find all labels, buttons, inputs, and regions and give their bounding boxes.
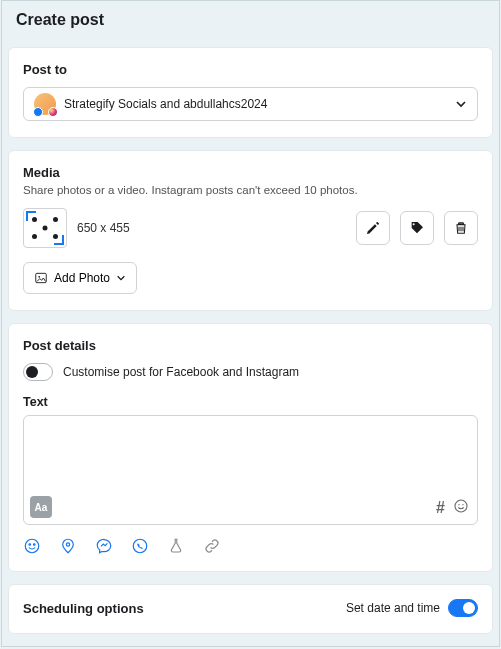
flask-icon — [167, 537, 185, 555]
post-text-input[interactable] — [24, 416, 477, 524]
facebook-badge-icon — [33, 107, 43, 117]
edit-media-button[interactable] — [356, 211, 390, 245]
location-pin-icon — [59, 537, 77, 555]
post-details-title: Post details — [23, 338, 478, 353]
post-to-selected-label: Strategify Socials and abdullahcs2024 — [64, 97, 455, 111]
set-date-label: Set date and time — [346, 601, 440, 615]
chevron-down-icon — [116, 273, 126, 283]
add-photo-button[interactable]: Add Photo — [23, 262, 137, 294]
svg-point-8 — [66, 543, 69, 546]
post-to-select[interactable]: Strategify Socials and abdullahcs2024 — [23, 87, 478, 121]
chevron-down-icon — [455, 98, 467, 110]
scheduling-title: Scheduling options — [23, 601, 144, 616]
trash-icon — [453, 220, 469, 236]
page-title: Create post — [16, 11, 485, 29]
tag-icon — [409, 220, 425, 236]
set-date-toggle[interactable] — [448, 599, 478, 617]
link-icon — [203, 537, 221, 555]
whatsapp-icon — [131, 537, 149, 555]
media-subtitle: Share photos or a video. Instagram posts… — [23, 184, 478, 196]
hashtag-button[interactable]: # — [436, 499, 445, 517]
ab-test-button[interactable] — [167, 537, 185, 555]
customise-toggle-label: Customise post for Facebook and Instagra… — [63, 365, 299, 379]
instagram-badge-icon — [48, 107, 58, 117]
smile-icon — [23, 537, 41, 555]
feeling-button[interactable] — [23, 537, 41, 555]
post-to-title: Post to — [23, 62, 478, 77]
whatsapp-button[interactable] — [131, 537, 149, 555]
page-header: Create post — [2, 1, 499, 41]
svg-point-5 — [25, 539, 39, 553]
svg-point-6 — [29, 544, 31, 546]
post-to-card: Post to Strategify Socials and abdullahc… — [8, 47, 493, 138]
link-button[interactable] — [203, 537, 221, 555]
post-text-wrap: Aa # — [23, 415, 478, 525]
post-details-card: Post details Customise post for Facebook… — [8, 323, 493, 572]
media-dimensions: 650 x 455 — [77, 221, 346, 235]
messenger-button[interactable] — [95, 537, 113, 555]
media-thumbnail[interactable] — [23, 208, 67, 248]
svg-point-7 — [34, 544, 36, 546]
scheduling-card: Scheduling options Set date and time — [8, 584, 493, 634]
messenger-icon — [95, 537, 113, 555]
media-card: Media Share photos or a video. Instagram… — [8, 150, 493, 311]
image-icon — [34, 271, 48, 285]
svg-point-4 — [462, 504, 463, 505]
text-style-button[interactable]: Aa — [30, 496, 52, 518]
text-label: Text — [23, 395, 478, 409]
emoji-button[interactable] — [453, 498, 469, 518]
svg-point-2 — [455, 500, 467, 512]
pencil-icon — [365, 220, 381, 236]
svg-point-9 — [133, 539, 147, 553]
add-photo-label: Add Photo — [54, 271, 110, 285]
smile-icon — [453, 498, 469, 514]
delete-media-button[interactable] — [444, 211, 478, 245]
customise-toggle[interactable] — [23, 363, 53, 381]
location-button[interactable] — [59, 537, 77, 555]
tag-media-button[interactable] — [400, 211, 434, 245]
svg-point-3 — [458, 504, 459, 505]
svg-point-1 — [38, 276, 40, 278]
account-avatar — [34, 93, 56, 115]
media-title: Media — [23, 165, 478, 180]
